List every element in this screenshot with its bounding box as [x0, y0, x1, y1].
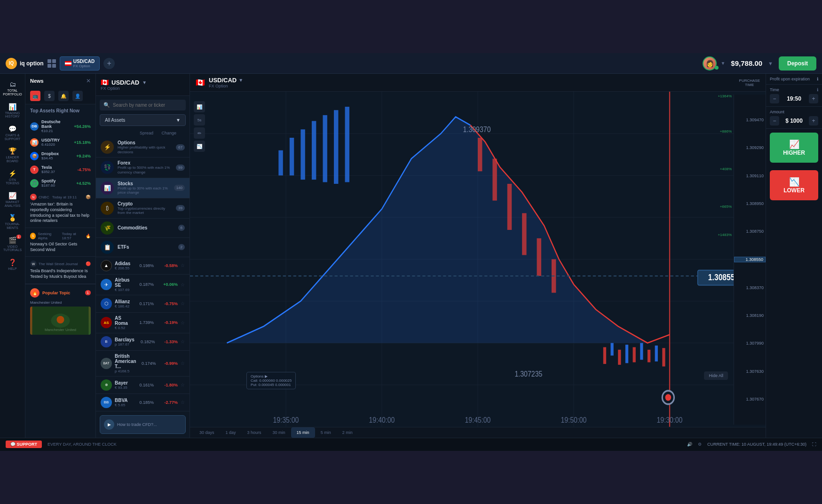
- tab-flag: [65, 61, 71, 66]
- bbva-logo: BB: [101, 397, 112, 408]
- airbus-star[interactable]: ☆: [181, 282, 185, 287]
- bat-change: -0.99%: [159, 361, 178, 366]
- tf-3hours[interactable]: 3 hours: [242, 427, 267, 438]
- stock-item-airbus[interactable]: ✈ Airbus SE € 107.69 0.187% +0.06% ☆: [96, 275, 190, 295]
- asset-item-tesla[interactable]: T Tesla $352.37 -4.75%: [25, 163, 95, 176]
- asset-item-spotify[interactable]: 🎵 Spotify $187.60 +4.52%: [25, 176, 95, 190]
- chart-tool-bars[interactable]: 📊: [194, 101, 205, 112]
- chart-tool-draw[interactable]: ✏: [194, 127, 205, 139]
- sidebar-item-chats[interactable]: 💬 CHATS &SUPPORT: [2, 122, 23, 143]
- news-header: News ✕: [25, 74, 95, 88]
- category-crypto[interactable]: ₿ Crypto Top cryptocurrencies directly f…: [96, 198, 190, 219]
- news-item-wsj[interactable]: W The Wall Street Journal 🔴 Tesla Board'…: [25, 257, 95, 284]
- search-box[interactable]: 🔍: [100, 100, 186, 110]
- search-input[interactable]: [113, 102, 182, 108]
- avatar-area[interactable]: 👩 ▼: [703, 56, 725, 71]
- stock-item-barclays[interactable]: B Barclays p 187.67 0.182% -1.33% ☆: [96, 333, 190, 351]
- asset-logo-tesla: T: [30, 165, 39, 174]
- support-button[interactable]: 💬 SUPPORT: [6, 441, 42, 448]
- sidebar-item-otn[interactable]: ⚡ OTNTOKENS: [2, 167, 23, 188]
- grid-icon[interactable]: [47, 59, 56, 68]
- news-close-button[interactable]: ✕: [86, 78, 91, 84]
- chart-tool-line[interactable]: 📉: [194, 141, 205, 152]
- sidebar-item-tournaments[interactable]: 🥇 TOURNA-MENTS: [2, 211, 23, 232]
- bbva-change: -2.77%: [157, 400, 178, 405]
- tf-30days[interactable]: 30 days: [194, 427, 220, 438]
- volume-icon[interactable]: 🔊: [687, 442, 692, 447]
- asset-item-dropbox[interactable]: 📦 Dropbox $34.45 +9.24%: [25, 149, 95, 163]
- asset-change-deutsche: +54.26%: [74, 124, 91, 129]
- svg-text:1.309370: 1.309370: [463, 125, 491, 134]
- category-options[interactable]: ⚡ Options Higher profitability with quic…: [96, 137, 190, 158]
- profit-header: Profit upon expiration ℹ: [766, 74, 822, 85]
- category-stocks[interactable]: 📊 Stocks Profit up to 30% with each 1% p…: [96, 178, 190, 198]
- category-etfs[interactable]: 📋 ETFs 2: [96, 238, 190, 257]
- sidebar-item-trading[interactable]: 📊 TRADINGHISTORY: [2, 100, 23, 121]
- sidebar-item-help[interactable]: ❓ HELP: [2, 256, 23, 274]
- bat-star[interactable]: ☆: [181, 361, 185, 366]
- fullscreen-icon[interactable]: ⛶: [812, 442, 816, 447]
- tf-2min[interactable]: 2 min: [337, 427, 358, 438]
- add-tab-button[interactable]: +: [103, 58, 115, 69]
- stock-item-asroma[interactable]: AS AS Roma € 0.52 1.739% -0.19% ☆: [96, 313, 190, 333]
- video-how-to[interactable]: ▶ How to trade CFD?...: [100, 415, 186, 434]
- higher-button[interactable]: 📈 HIGHER: [770, 133, 818, 163]
- news-item-seeking[interactable]: S Seeking Alpha Today at 18:57 🔥 Norway'…: [25, 228, 95, 257]
- news-filter-bell[interactable]: 🔔: [58, 91, 69, 101]
- amount-decrease-button[interactable]: −: [770, 116, 779, 126]
- stock-item-adidas[interactable]: ▲ Adidas € 206.55 0.198% -0.58% ☆: [96, 257, 190, 275]
- chart-tool-5s[interactable]: 5s: [194, 114, 205, 126]
- pair-arrow: ▼: [142, 80, 147, 85]
- bbva-star[interactable]: ☆: [181, 400, 185, 405]
- category-commodities[interactable]: 🌾 Commodities 6: [96, 219, 190, 238]
- time-decrease-button[interactable]: −: [770, 94, 779, 103]
- stock-item-bayer[interactable]: ⊕ Bayer € 93.35 0.161% -1.80% ☆: [96, 377, 190, 394]
- tf-1day[interactable]: 1 day: [220, 427, 242, 438]
- category-forex[interactable]: 💱 Forex Profit up to 500% with each 1% c…: [96, 158, 190, 178]
- profit-665: +665%: [720, 205, 732, 209]
- lower-button[interactable]: 📉 LOWER: [770, 170, 818, 200]
- price-1309290: 1.309290: [734, 145, 766, 150]
- sidebar-item-video[interactable]: 🎬 VIDEOTUTORIALS 1: [2, 234, 23, 255]
- svg-rect-20: [312, 121, 316, 180]
- sidebar-item-leaderboard[interactable]: 🏆 LEADERBOARD: [2, 144, 23, 165]
- asroma-change: -0.19%: [157, 320, 178, 325]
- amount-increase-button[interactable]: +: [809, 116, 818, 126]
- purchase-time-label: PURCHASE TIME: [739, 79, 760, 87]
- allianz-star[interactable]: ☆: [181, 301, 185, 306]
- pair-flag: 🇨🇦: [101, 79, 109, 86]
- news-item-cnbc[interactable]: N CNBC Today at 19:11 📦 'Amazon tax': Br…: [25, 190, 95, 228]
- airbus-spread: 0.187%: [135, 282, 154, 287]
- svg-point-2: [57, 316, 64, 323]
- adidas-star[interactable]: ☆: [181, 263, 185, 268]
- asset-item-deutsche[interactable]: DB Deutsche Bank €10.21 +54.26%: [25, 117, 95, 135]
- asset-item-usdtry[interactable]: 📊 USD/TRY 6.41020 +15.18%: [25, 135, 95, 149]
- options-indicator: Options ▶ Call: 0.000060 0.000025 Put: 0…: [246, 372, 296, 389]
- bayer-star[interactable]: ☆: [181, 382, 185, 387]
- tf-15min[interactable]: 15 min: [291, 427, 315, 438]
- sidebar-item-portfolio[interactable]: 🗂 TOTALPORTFOLIO: [2, 78, 23, 99]
- svg-text:19:45:00: 19:45:00: [465, 416, 491, 424]
- tf-30min[interactable]: 30 min: [267, 427, 291, 438]
- svg-rect-28: [537, 238, 541, 276]
- stock-item-bat[interactable]: BAT British American T... p 4168.5 0.174…: [96, 351, 190, 377]
- news-filter-live[interactable]: 📺: [30, 91, 40, 101]
- news-filter-dollar[interactable]: $: [44, 91, 55, 101]
- stock-item-allianz[interactable]: ⬡ Allianz € 186.42 0.171% -0.75% ☆: [96, 295, 190, 313]
- hide-all-button[interactable]: Hide All: [704, 371, 728, 380]
- barclays-star[interactable]: ☆: [181, 339, 185, 344]
- header-right: 👩 ▼ $9,788.00 ▼ Deposit: [703, 56, 816, 71]
- tf-5min[interactable]: 5 min: [315, 427, 337, 438]
- filter-dropdown[interactable]: All Assets ▼: [100, 114, 186, 126]
- asroma-star[interactable]: ☆: [181, 320, 185, 325]
- barclays-info: Barclays p 187.67: [115, 337, 134, 346]
- settings-icon[interactable]: ⚙: [698, 442, 702, 447]
- stock-item-bbva[interactable]: BB BBVA € 5.65 0.185% -2.77% ☆: [96, 394, 190, 411]
- news-filter-user[interactable]: 👤: [72, 91, 83, 101]
- active-tab[interactable]: USD/CAD FX Option: [60, 56, 100, 71]
- svg-rect-24: [478, 138, 482, 171]
- deposit-button[interactable]: Deposit: [779, 56, 816, 71]
- sidebar-item-market[interactable]: 📈 MARKETANALYSIS: [2, 189, 23, 210]
- time-increase-button[interactable]: +: [809, 94, 818, 103]
- chart-tools: 📊 5s ✏ 📉: [194, 101, 205, 152]
